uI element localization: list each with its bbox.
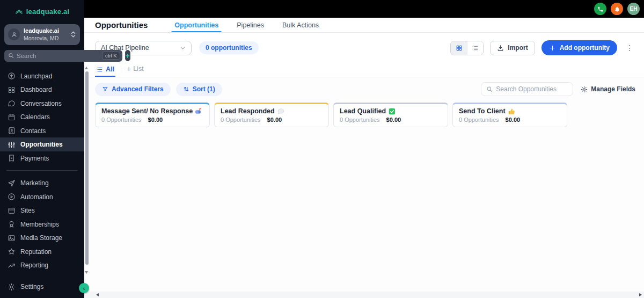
- column-header[interactable]: Send To Client 0 Opportunities $0.00: [452, 103, 567, 127]
- sidebar-divider: [6, 170, 78, 171]
- sidebar-nav: Launchpad Dashboard Conversations Calend…: [0, 69, 84, 272]
- scroll-up-arrow-icon[interactable]: [85, 67, 88, 69]
- search-opportunities[interactable]: [481, 82, 573, 96]
- reporting-icon: [8, 261, 16, 270]
- automation-icon: [8, 193, 16, 201]
- sidebar-item-payments[interactable]: Payments: [0, 151, 84, 165]
- sidebar-search-input[interactable]: [17, 53, 99, 59]
- column-header[interactable]: Lead Qualified 0 Opportunities $0.00: [333, 103, 448, 127]
- tab-bulk-actions[interactable]: Bulk Actions: [282, 18, 319, 32]
- payments-icon: [8, 154, 16, 162]
- column-value: $0.00: [267, 117, 282, 123]
- sidebar-item-settings[interactable]: Settings: [0, 280, 84, 294]
- view-toggle: [450, 41, 484, 55]
- marketing-icon: [8, 179, 16, 187]
- add-list-view-button[interactable]: + List: [127, 64, 144, 77]
- user-avatar[interactable]: EH: [627, 3, 640, 15]
- column-count: 0 Opportunities: [101, 117, 142, 123]
- topbar: EH: [84, 0, 644, 18]
- kanban-board: Message Sent/ No Response 0 Opportunitie…: [84, 101, 644, 127]
- search-shortcut-badge: ctrl K: [102, 52, 120, 60]
- kanban-column-send-to-client: Send To Client 0 Opportunities $0.00: [452, 103, 567, 127]
- kanban-column-lead-responded: Lead Responded 0 Opportunities $0.00: [214, 103, 329, 127]
- filter-funnel-icon: [102, 86, 108, 92]
- sidebar-item-memberships[interactable]: Memberships: [0, 217, 84, 231]
- sidebar-item-automation[interactable]: Automation: [0, 190, 84, 204]
- manage-fields-button[interactable]: Manage Fields: [581, 85, 635, 93]
- contacts-icon: [8, 127, 16, 135]
- mailbox-icon: [195, 108, 202, 115]
- column-count: 0 Opportunities: [221, 117, 261, 123]
- horizontal-scrollbar[interactable]: [84, 292, 644, 298]
- advanced-filters-button[interactable]: Advanced Filters: [95, 83, 171, 96]
- search-opportunities-input[interactable]: [496, 85, 568, 93]
- phone-button[interactable]: [594, 3, 606, 15]
- media-storage-icon: [8, 234, 16, 242]
- vertical-scrollbar[interactable]: [84, 65, 89, 275]
- column-value: $0.00: [386, 117, 401, 123]
- dashboard-icon: [8, 86, 16, 94]
- add-opportunity-button[interactable]: Add opportunity: [541, 40, 617, 55]
- scroll-down-arrow-icon[interactable]: [85, 271, 88, 274]
- launchpad-icon: [8, 72, 16, 80]
- sidebar-item-reporting[interactable]: Reporting: [0, 258, 84, 272]
- account-name: leadquake.ai: [24, 27, 67, 35]
- more-options-button[interactable]: ⋮: [624, 43, 635, 53]
- sidebar-item-calendars[interactable]: Calendars: [0, 110, 84, 124]
- sidebar-item-opportunities[interactable]: Opportunities: [0, 137, 84, 151]
- sidebar-search[interactable]: ctrl K: [4, 50, 122, 62]
- opportunity-count-badge: 0 opportunities: [199, 41, 259, 54]
- page-title: Opportunities: [95, 20, 148, 30]
- column-count: 0 Opportunities: [459, 117, 499, 123]
- phone-icon: [597, 6, 604, 12]
- import-button[interactable]: Import: [490, 41, 535, 55]
- column-count: 0 Opportunities: [340, 117, 380, 123]
- chevron-down-icon: [180, 45, 186, 51]
- toolbar: AI Chat Pipeline 0 opportunities Import: [84, 33, 644, 63]
- column-header[interactable]: Lead Responded 0 Opportunities $0.00: [214, 103, 329, 127]
- notifications-button[interactable]: [611, 3, 623, 15]
- view-tab-all[interactable]: All: [95, 66, 115, 77]
- sidebar-item-sites[interactable]: Sites: [0, 203, 84, 217]
- sidebar-item-media-storage[interactable]: Media Storage: [0, 231, 84, 245]
- quick-add-button[interactable]: +: [125, 50, 130, 61]
- column-header[interactable]: Message Sent/ No Response 0 Opportunitie…: [95, 103, 210, 127]
- settings-gear-icon: [8, 283, 16, 291]
- search-icon: [486, 86, 493, 92]
- grid-view-button[interactable]: [451, 41, 467, 55]
- sidebar-item-reputation[interactable]: Reputation: [0, 245, 84, 259]
- sort-button[interactable]: Sort (1): [176, 83, 222, 96]
- sort-arrows-icon: [183, 86, 189, 92]
- sidebar-item-dashboard[interactable]: Dashboard: [0, 83, 84, 97]
- memberships-icon: [8, 220, 16, 228]
- green-check-icon: [389, 108, 396, 115]
- account-switcher[interactable]: leadquake.ai Monrovia, MD: [4, 24, 80, 45]
- brand-logo-icon: [15, 8, 23, 16]
- scroll-left-arrow-icon[interactable]: [96, 293, 99, 296]
- search-icon: [8, 53, 14, 59]
- sidebar-item-contacts[interactable]: Contacts: [0, 124, 84, 138]
- opportunities-icon: [8, 141, 16, 149]
- gear-icon: [581, 86, 588, 93]
- vertical-scrollbar-thumb[interactable]: [85, 71, 89, 265]
- sidebar-collapse-button[interactable]: ‹: [79, 283, 89, 293]
- speech-bubble-icon: [277, 108, 284, 115]
- sidebar: leadquake.ai leadquake.ai Monrovia, MD c…: [0, 0, 84, 298]
- sites-icon: [8, 207, 16, 215]
- account-avatar-icon: [8, 28, 20, 40]
- column-value: $0.00: [148, 117, 163, 123]
- brand-logo-text: leadquake.ai: [26, 8, 69, 16]
- sidebar-item-launchpad[interactable]: Launchpad: [0, 69, 84, 83]
- plus-icon: [549, 45, 556, 52]
- filter-row: Advanced Filters Sort (1) Manage Fields: [84, 77, 644, 101]
- view-tabs-row: All + List: [84, 63, 644, 77]
- reputation-icon: [8, 248, 16, 256]
- sidebar-item-marketing[interactable]: Marketing: [0, 176, 84, 190]
- tab-opportunities[interactable]: Opportunities: [174, 18, 218, 32]
- chevron-up-down-icon: [70, 31, 76, 38]
- sidebar-item-conversations[interactable]: Conversations: [0, 97, 84, 111]
- tab-pipelines[interactable]: Pipelines: [237, 18, 264, 32]
- list-view-button[interactable]: [467, 41, 483, 55]
- scroll-right-arrow-icon[interactable]: [639, 293, 642, 296]
- list-lines-icon: [96, 66, 103, 73]
